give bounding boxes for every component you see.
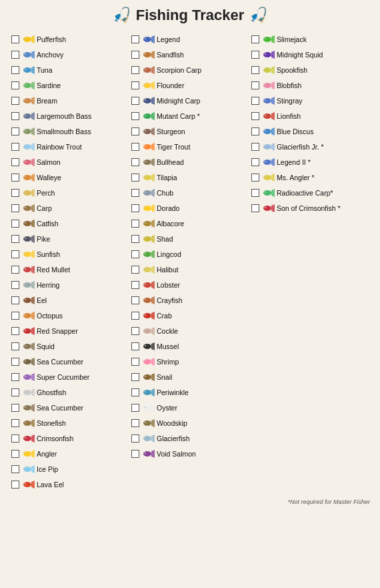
fish-checkbox[interactable] xyxy=(11,158,19,166)
columns-wrapper: Pufferfish Anchovy Tuna Sardine Bream La xyxy=(10,32,370,492)
fish-checkbox[interactable] xyxy=(251,66,259,74)
fish-checkbox[interactable] xyxy=(131,327,139,335)
fish-checkbox[interactable] xyxy=(11,189,19,197)
fish-checkbox[interactable] xyxy=(11,66,19,74)
fish-checkbox[interactable] xyxy=(11,296,19,304)
fish-checkbox[interactable] xyxy=(131,204,139,212)
fish-checkbox[interactable] xyxy=(11,358,19,366)
fish-checkbox[interactable] xyxy=(11,112,19,120)
fish-name-label: Cockle xyxy=(157,327,178,336)
fish-checkbox[interactable] xyxy=(251,204,259,212)
fish-checkbox[interactable] xyxy=(251,51,259,59)
fish-checkbox[interactable] xyxy=(11,35,19,43)
svg-point-267 xyxy=(265,162,266,162)
fish-checkbox[interactable] xyxy=(11,97,19,105)
fish-checkbox[interactable] xyxy=(131,97,139,105)
fish-checkbox[interactable] xyxy=(11,220,19,228)
fish-checkbox[interactable] xyxy=(131,220,139,228)
fish-checkbox[interactable] xyxy=(131,35,139,43)
fish-checkbox[interactable] xyxy=(11,250,19,258)
fish-checkbox[interactable] xyxy=(131,281,139,289)
svg-point-271 xyxy=(265,177,266,178)
fish-checkbox[interactable] xyxy=(251,81,259,89)
fish-checkbox[interactable] xyxy=(131,250,139,258)
fish-checkbox[interactable] xyxy=(11,266,19,274)
fish-checkbox[interactable] xyxy=(251,143,259,151)
fish-checkbox[interactable] xyxy=(131,404,139,412)
fish-checkbox[interactable] xyxy=(11,51,19,59)
svg-point-51 xyxy=(25,223,26,224)
fish-checkbox[interactable] xyxy=(11,450,19,458)
fish-checkbox[interactable] xyxy=(11,434,19,443)
fish-name-label: Void Salmon xyxy=(157,450,196,459)
fish-checkbox[interactable] xyxy=(131,342,139,350)
svg-point-176 xyxy=(143,252,151,257)
list-item: Sturgeon xyxy=(130,124,250,139)
fish-checkbox[interactable] xyxy=(131,450,139,458)
fish-checkbox[interactable] xyxy=(11,404,19,412)
fish-checkbox[interactable] xyxy=(11,281,19,289)
fish-checkbox[interactable] xyxy=(131,127,139,135)
fish-checkbox[interactable] xyxy=(11,174,19,182)
fish-checkbox[interactable] xyxy=(131,419,139,427)
svg-point-71 xyxy=(25,300,26,300)
fish-checkbox[interactable] xyxy=(11,373,19,381)
list-item: Scorpion Carp xyxy=(130,63,250,77)
fish-checkbox[interactable] xyxy=(131,66,139,74)
fish-checkbox[interactable] xyxy=(251,112,259,120)
fish-checkbox[interactable] xyxy=(251,97,259,105)
fish-checkbox[interactable] xyxy=(131,235,139,243)
fish-icon xyxy=(141,33,155,46)
svg-point-23 xyxy=(25,115,26,116)
fish-checkbox[interactable] xyxy=(131,112,139,120)
fish-checkbox[interactable] xyxy=(131,189,139,197)
fish-checkbox[interactable] xyxy=(251,35,259,43)
fish-checkbox[interactable] xyxy=(11,419,19,427)
fish-checkbox[interactable] xyxy=(11,465,19,473)
fish-checkbox[interactable] xyxy=(131,51,139,59)
fish-checkbox[interactable] xyxy=(131,296,139,304)
fish-checkbox[interactable] xyxy=(11,235,19,243)
fish-checkbox[interactable] xyxy=(131,266,139,274)
fish-checkbox[interactable] xyxy=(11,312,19,320)
fish-icon xyxy=(141,324,155,338)
fish-checkbox[interactable] xyxy=(131,312,139,320)
fish-checkbox[interactable] xyxy=(131,158,139,166)
list-item: Lionfish xyxy=(250,109,370,123)
svg-point-279 xyxy=(265,208,266,208)
fish-checkbox[interactable] xyxy=(131,388,139,396)
fish-icon xyxy=(141,94,155,107)
fish-checkbox[interactable] xyxy=(11,342,19,350)
fish-checkbox[interactable] xyxy=(11,327,19,335)
svg-point-88 xyxy=(23,374,31,380)
fish-checkbox[interactable] xyxy=(11,481,19,489)
fish-checkbox[interactable] xyxy=(11,388,19,396)
fish-checkbox[interactable] xyxy=(131,358,139,366)
fish-checkbox[interactable] xyxy=(131,174,139,182)
fish-checkbox[interactable] xyxy=(131,143,139,151)
fish-checkbox[interactable] xyxy=(11,204,19,212)
fish-name-label: Sardine xyxy=(37,81,61,90)
fish-checkbox[interactable] xyxy=(131,81,139,89)
fish-name-label: Periwinkle xyxy=(157,388,189,397)
svg-point-184 xyxy=(143,282,151,288)
fish-checkbox[interactable] xyxy=(131,373,139,381)
fish-checkbox[interactable] xyxy=(131,434,139,443)
fish-name-label: Halibut xyxy=(157,266,179,274)
fish-name-label: Sunfish xyxy=(37,250,60,259)
fish-icon xyxy=(21,63,35,77)
svg-marker-161 xyxy=(151,189,155,197)
fish-checkbox[interactable] xyxy=(251,174,259,182)
fish-name-label: Eel xyxy=(37,296,47,305)
fish-icon xyxy=(261,202,275,215)
list-item: Lingcod xyxy=(130,247,250,262)
fish-icon xyxy=(261,48,275,61)
fish-checkbox[interactable] xyxy=(251,127,259,135)
list-item: Glacierfish xyxy=(130,431,250,446)
fish-checkbox[interactable] xyxy=(11,127,19,135)
fish-name-label: Stonefish xyxy=(37,419,66,428)
fish-checkbox[interactable] xyxy=(251,189,259,197)
fish-checkbox[interactable] xyxy=(251,158,259,166)
fish-checkbox[interactable] xyxy=(11,143,19,151)
fish-checkbox[interactable] xyxy=(11,81,19,89)
